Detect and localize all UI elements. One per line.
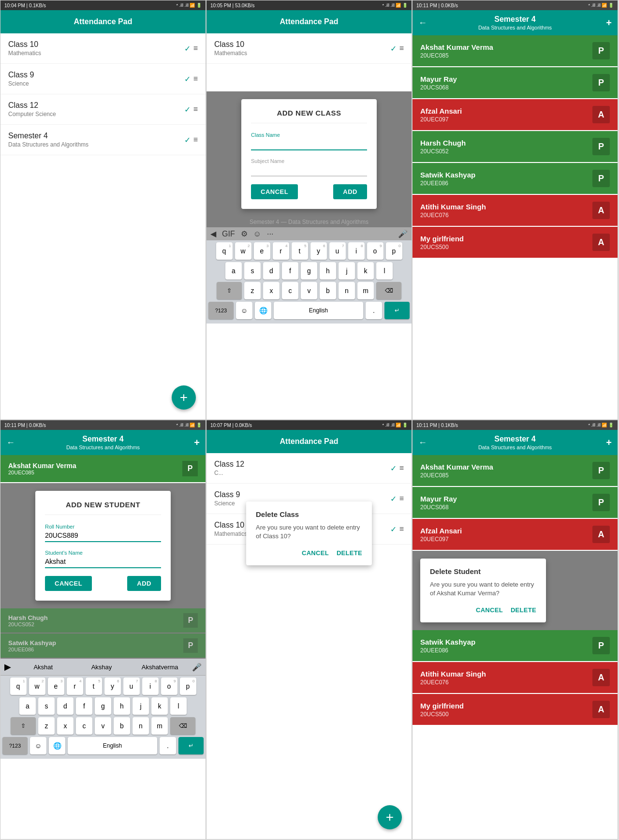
kb2-back-icon[interactable]: ◀ bbox=[210, 229, 216, 238]
key4-f[interactable]: f bbox=[76, 697, 92, 715]
key-s[interactable]: s bbox=[244, 262, 261, 280]
key4-s[interactable]: s bbox=[38, 697, 55, 715]
key4-z[interactable]: z bbox=[38, 717, 55, 735]
list-item[interactable]: Satwik Kashyap 20UEE086 P bbox=[413, 163, 618, 194]
key-o[interactable]: o9 bbox=[367, 242, 383, 260]
key-y[interactable]: y6 bbox=[310, 242, 327, 260]
key-r[interactable]: r4 bbox=[273, 242, 289, 260]
list-item[interactable]: Akshat Kumar Verma 20UEC085 P bbox=[413, 455, 618, 486]
key4-x[interactable]: x bbox=[57, 717, 74, 735]
key-x[interactable]: x bbox=[263, 282, 280, 299]
screen4-suggestion-3[interactable]: Akshatverma bbox=[133, 663, 186, 671]
key4-q[interactable]: q1 bbox=[10, 678, 27, 695]
list-item[interactable]: Mayur Ray 20UCS068 P bbox=[413, 67, 618, 98]
key-n[interactable]: n bbox=[339, 282, 355, 299]
screen5-delete-button[interactable]: DELETE bbox=[337, 549, 362, 557]
key-v[interactable]: v bbox=[301, 282, 317, 299]
list-item[interactable]: Class 10 Mathematics ✓ ≡ bbox=[0, 33, 206, 64]
key4-w[interactable]: w2 bbox=[29, 678, 45, 695]
key4-r[interactable]: r4 bbox=[67, 678, 83, 695]
key4-e[interactable]: e3 bbox=[48, 678, 64, 695]
key-l[interactable]: l bbox=[376, 262, 393, 280]
key4-g[interactable]: g bbox=[95, 697, 111, 715]
kb2-mic-icon[interactable]: 🎤 bbox=[398, 229, 408, 238]
key-d[interactable]: d bbox=[263, 262, 280, 280]
screen4-back-button[interactable]: ← bbox=[6, 438, 15, 448]
key-i[interactable]: i8 bbox=[348, 242, 365, 260]
screen4-suggestion-2[interactable]: Akshay bbox=[75, 663, 128, 671]
screen2-cancel-button[interactable]: CANCEL bbox=[251, 184, 298, 199]
kb2-emoji-icon[interactable]: ☺ bbox=[253, 230, 261, 238]
key-num[interactable]: ?123 bbox=[208, 302, 234, 319]
key4-c[interactable]: c bbox=[76, 717, 92, 735]
key4-p[interactable]: p0 bbox=[180, 678, 196, 695]
key-enter[interactable]: ↵ bbox=[384, 302, 410, 319]
key-u[interactable]: u7 bbox=[329, 242, 346, 260]
kb2-more-icon[interactable]: ··· bbox=[267, 230, 273, 238]
key4-period[interactable]: . bbox=[160, 737, 176, 754]
screen6-add-button[interactable]: + bbox=[606, 437, 612, 448]
list-item[interactable]: Class 10 Mathematics ✓ ≡ bbox=[206, 33, 412, 64]
key4-emoji[interactable]: ☺ bbox=[30, 737, 46, 754]
screen3-add-button[interactable]: + bbox=[606, 17, 612, 29]
key4-backspace[interactable]: ⌫ bbox=[170, 717, 195, 735]
key4-n[interactable]: n bbox=[133, 717, 149, 735]
key4-b[interactable]: b bbox=[114, 717, 130, 735]
screen4-cancel-button[interactable]: CANCEL bbox=[45, 576, 92, 591]
key4-o[interactable]: o9 bbox=[161, 678, 177, 695]
key-p[interactable]: p0 bbox=[386, 242, 402, 260]
key4-d[interactable]: d bbox=[57, 697, 74, 715]
list-item[interactable]: My girlfriend 20UCS500 A bbox=[413, 227, 618, 258]
list-item[interactable]: Satwik Kashyap 20UEE086 P bbox=[413, 630, 618, 661]
kb2-gif-icon[interactable]: GIF bbox=[222, 230, 235, 238]
key-z[interactable]: z bbox=[244, 282, 261, 299]
key4-shift[interactable]: ⇧ bbox=[11, 717, 36, 735]
list-item[interactable]: Afzal Ansari 20UEC097 A bbox=[413, 519, 618, 550]
key4-l[interactable]: l bbox=[170, 697, 187, 715]
key-g[interactable]: g bbox=[301, 262, 317, 280]
list-item[interactable]: Mayur Ray 20UCS068 P bbox=[413, 487, 618, 518]
screen5-fab[interactable]: + bbox=[378, 805, 402, 829]
screen4-mic-icon[interactable]: 🎤 bbox=[192, 663, 202, 672]
list-item[interactable]: Semester 4 Data Structures and Algorithm… bbox=[0, 125, 206, 155]
key4-enter[interactable]: ↵ bbox=[178, 737, 204, 754]
screen1-fab[interactable]: + bbox=[172, 385, 196, 410]
key-globe[interactable]: 🌐 bbox=[255, 302, 271, 319]
key4-globe[interactable]: 🌐 bbox=[49, 737, 65, 754]
key4-u[interactable]: u7 bbox=[123, 678, 140, 695]
key4-y[interactable]: y6 bbox=[104, 678, 121, 695]
key4-space[interactable]: English bbox=[68, 737, 157, 754]
key-t[interactable]: t5 bbox=[292, 242, 308, 260]
screen6-cancel-button[interactable]: CANCEL bbox=[476, 606, 503, 614]
kb2-settings-icon[interactable]: ⚙ bbox=[241, 229, 248, 238]
list-item[interactable]: Afzal Ansari 20UEC097 A bbox=[413, 99, 618, 130]
key-w[interactable]: w2 bbox=[235, 242, 251, 260]
list-item[interactable]: Akshat Kumar Verma 20UEC085 P bbox=[413, 35, 618, 66]
screen2-add-button[interactable]: ADD bbox=[333, 184, 367, 199]
screen4-add-btn[interactable]: ADD bbox=[127, 576, 161, 591]
key4-a[interactable]: a bbox=[19, 697, 36, 715]
key4-num[interactable]: ?123 bbox=[2, 737, 28, 754]
key-h[interactable]: h bbox=[320, 262, 336, 280]
screen5-cancel-button[interactable]: CANCEL bbox=[302, 549, 329, 557]
key-b[interactable]: b bbox=[320, 282, 336, 299]
key-space[interactable]: English bbox=[274, 302, 363, 319]
screen6-back-button[interactable]: ← bbox=[418, 438, 427, 448]
key-a[interactable]: a bbox=[225, 262, 242, 280]
screen3-back-button[interactable]: ← bbox=[418, 18, 427, 28]
key-j[interactable]: j bbox=[339, 262, 355, 280]
list-item[interactable]: Atithi Kumar Singh 20UEC076 A bbox=[413, 195, 618, 226]
key-k[interactable]: k bbox=[357, 262, 374, 280]
list-item[interactable]: Harsh Chugh 20UCS052 P bbox=[413, 131, 618, 162]
screen4-suggestion-arrow[interactable]: ▶ bbox=[4, 662, 11, 672]
key4-m[interactable]: m bbox=[151, 717, 168, 735]
key4-t[interactable]: t5 bbox=[86, 678, 102, 695]
list-item[interactable]: Class 9 Science ✓ ≡ bbox=[0, 64, 206, 94]
key4-j[interactable]: j bbox=[133, 697, 149, 715]
key-period[interactable]: . bbox=[366, 302, 382, 319]
screen6-delete-button[interactable]: DELETE bbox=[511, 606, 536, 614]
key-backspace[interactable]: ⌫ bbox=[376, 282, 401, 299]
key-q[interactable]: q1 bbox=[216, 242, 233, 260]
key4-v[interactable]: v bbox=[95, 717, 111, 735]
key4-h[interactable]: h bbox=[114, 697, 130, 715]
